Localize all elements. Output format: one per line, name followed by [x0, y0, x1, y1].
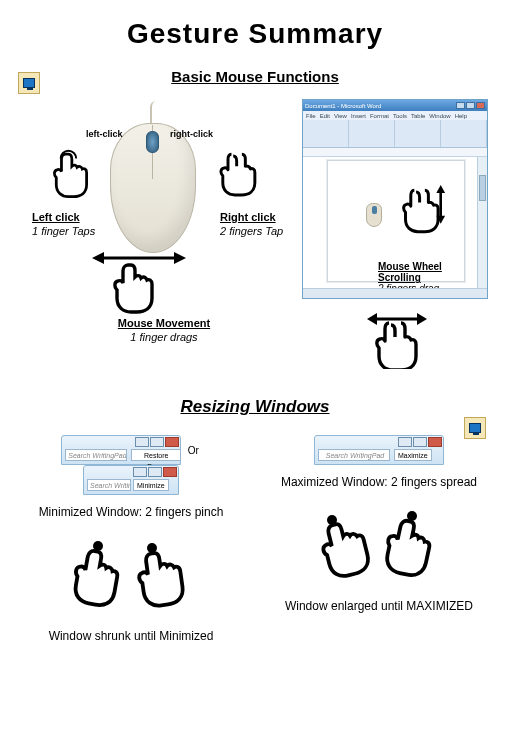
enlarged-caption: Window enlarged until MAXIMIZED [264, 599, 494, 613]
two-finger-scroll-icon [402, 185, 446, 235]
window-thumb-maximize: Search WritingPad Maximize [314, 435, 444, 465]
mouse-wheel-icon [146, 131, 159, 153]
restore-down-tooltip: Restore Down [131, 449, 181, 461]
right-click-inline-label: right-click [170, 129, 213, 139]
info-badge-icon [464, 417, 486, 439]
minimize-icon [133, 467, 147, 477]
info-badge-icon [18, 72, 40, 94]
word-window-screenshot: Document1 - Microsoft Word File Edit Vie… [302, 99, 488, 299]
left-click-caption: Left click 1 finger Taps [32, 211, 112, 239]
minimize-column: Search WritingPad Restore Down Or Search… [16, 435, 246, 643]
search-box-thumb: Search Writing [87, 479, 131, 491]
svg-marker-8 [417, 313, 427, 325]
maximize-icon [148, 467, 162, 477]
svg-marker-2 [174, 252, 186, 264]
window-thumb-minimize: Search Writing Minimize [83, 465, 179, 495]
maximize-icon [466, 102, 475, 109]
minimize-icon [398, 437, 412, 447]
word-statusbar [303, 288, 487, 298]
word-window-title: Document1 - Microsoft Word [305, 103, 381, 109]
spread-gesture-icon [264, 511, 494, 587]
word-page-area: Mouse Wheel Scrolling 2 fingers drag [327, 160, 465, 282]
minimize-icon [456, 102, 465, 109]
maximize-tooltip: Maximize [394, 449, 432, 461]
left-click-inline-label: left-click [86, 129, 123, 139]
maximize-icon [413, 437, 427, 447]
close-icon [163, 467, 177, 477]
minimized-caption: Minimized Window: 2 fingers pinch [16, 505, 246, 519]
maximize-icon [150, 437, 164, 447]
window-thumb-restore-down: Search WritingPad Restore Down [61, 435, 181, 465]
svg-marker-4 [436, 185, 445, 193]
minimize-icon [135, 437, 149, 447]
maximized-caption: Maximized Window: 2 fingers spread [264, 475, 494, 489]
minimize-tooltip: Minimize [133, 479, 169, 491]
word-menubar: File Edit View Insert Format Tools Table… [303, 111, 487, 120]
two-finger-tap-icon [218, 149, 264, 201]
close-icon [428, 437, 442, 447]
mouse-diagram-column: left-click right-click Left click 1 fing… [14, 93, 292, 369]
one-finger-tap-icon [48, 149, 94, 201]
right-click-caption: Right click 2 fingers Tap [220, 211, 300, 239]
pinch-gesture-icon [16, 541, 246, 617]
basic-functions-row: left-click right-click Left click 1 fing… [0, 93, 510, 369]
word-titlebar: Document1 - Microsoft Word [303, 100, 487, 111]
two-finger-horizontal-drag-icon [367, 309, 427, 369]
maximize-column: Search WritingPad Maximize Maximized Win… [264, 435, 494, 643]
word-window-column: Document1 - Microsoft Word File Edit Vie… [302, 93, 492, 369]
resize-examples-row: Search WritingPad Restore Down Or Search… [0, 425, 510, 643]
search-box-thumb: Search WritingPad [318, 449, 390, 461]
close-icon [476, 102, 485, 109]
word-ribbon [303, 120, 487, 148]
mouse-diagram: left-click right-click Left click 1 fing… [14, 93, 284, 323]
word-vertical-scrollbar [477, 157, 487, 288]
shrunk-caption: Window shrunk until Minimized [16, 629, 246, 643]
search-box-thumb: Search WritingPad [65, 449, 127, 461]
svg-marker-1 [92, 252, 104, 264]
page-title: Gesture Summary [0, 18, 510, 50]
resizing-windows-heading: Resizing Windows [0, 397, 510, 417]
close-icon [165, 437, 179, 447]
mouse-movement-caption: Mouse Movement 1 finger drags [104, 317, 224, 345]
embedded-mouse-icon [366, 203, 382, 227]
basic-functions-heading: Basic Mouse Functions [0, 68, 510, 85]
one-finger-drag-icon [106, 255, 166, 315]
word-ruler [303, 148, 487, 157]
or-label: Or [188, 445, 199, 456]
svg-marker-7 [367, 313, 377, 325]
